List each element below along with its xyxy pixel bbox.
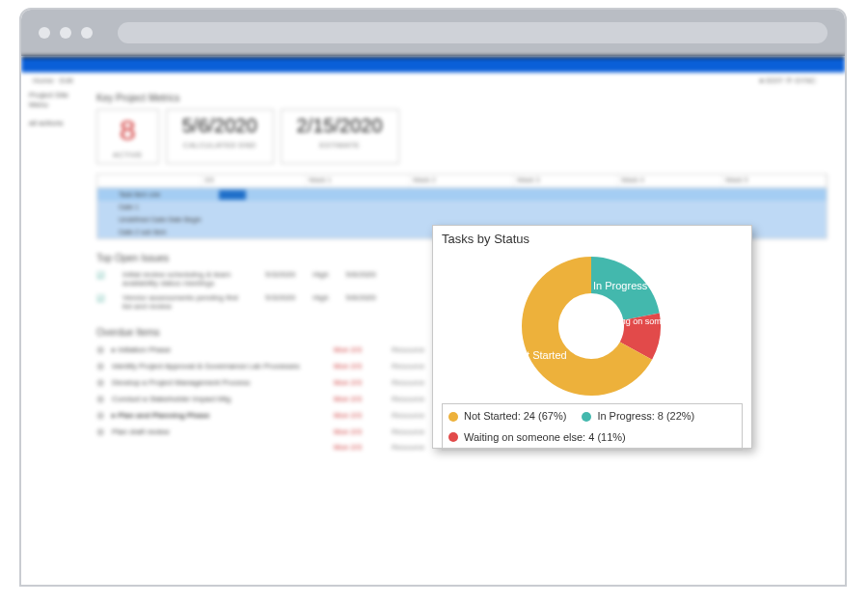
- overdue-assigned: Resource: [392, 362, 424, 371]
- overdue-assigned: Resource: [392, 411, 424, 420]
- gantt-task-name: Gate 2 sub item: [97, 229, 213, 235]
- issue-title: Initial review scheduling & team availab…: [122, 270, 248, 288]
- legend-swatch-icon: [448, 432, 458, 442]
- check-icon: ☑: [96, 293, 105, 311]
- overdue-date: Mon 2/3: [334, 427, 392, 436]
- overdue-title: ▸ Plan and Planning Phase: [112, 411, 334, 420]
- overdue-date: Mon 2/3: [334, 378, 392, 387]
- overdue-assigned: Resource: [392, 395, 424, 403]
- legend-swatch-icon: [582, 412, 591, 422]
- legend-text: In Progress: 8 (22%): [597, 408, 694, 426]
- tasks-by-status-card: Tasks by Status In Progress Waiting on s…: [432, 225, 752, 449]
- gantt-row[interactable]: Task item one: [97, 188, 827, 201]
- overdue-date: Mon 2/3: [334, 411, 392, 420]
- browser-chrome: [21, 10, 845, 56]
- legend-text: Waiting on someone else: 4 (11%): [464, 429, 626, 447]
- scale-cell: Week 4: [618, 175, 722, 187]
- metric-caption: CALCULATED END: [182, 141, 258, 150]
- expand-icon[interactable]: ⊕: [96, 344, 112, 355]
- metric-cards: 8 ACTIVE 5/6/2020 CALCULATED END 2/15/20…: [96, 109, 827, 164]
- overdue-title: Identify Project Approval & Governance L…: [112, 362, 334, 371]
- slice-label-notstarted: Not Started: [513, 349, 567, 361]
- metric-caption: ESTIMATE: [297, 141, 383, 150]
- chart-title: Tasks by Status: [442, 232, 743, 246]
- overdue-date: Mon 2/3: [334, 443, 392, 452]
- chart-legend: Not Started: 24 (67%)In Progress: 8 (22%…: [442, 403, 743, 451]
- donut-chart: In Progress Waiting on someone else Not …: [442, 249, 741, 403]
- window-dot-icon: [60, 27, 71, 39]
- url-bar[interactable]: [118, 22, 827, 43]
- gantt-task-name: Undefined Gate Date Begin: [97, 216, 213, 223]
- metric-value: 2/15/2020: [297, 116, 383, 135]
- gantt-task-name: Gate 1: [97, 204, 213, 210]
- issue-priority: High: [312, 270, 328, 288]
- overdue-assigned: Resource: [392, 378, 424, 387]
- check-icon: ☑: [96, 270, 105, 288]
- donut-svg: [519, 254, 664, 398]
- overdue-title: Conduct a Stakeholder Impact Mtg: [112, 395, 334, 403]
- scale-cell: 3/3: [202, 175, 306, 187]
- overdue-assigned: Resource: [392, 345, 424, 354]
- expand-icon[interactable]: ⊕: [96, 394, 112, 404]
- window-dot-icon: [39, 27, 50, 39]
- gantt-scale: 3/3 Week 1 Week 2 Week 3 Week 4 Week 5: [97, 175, 827, 188]
- scale-cell: Week 5: [722, 175, 827, 187]
- scale-cell: Week 1: [306, 175, 410, 187]
- metric-card: 8 ACTIVE: [96, 109, 159, 164]
- gantt-bar: [219, 190, 246, 200]
- issue-title: Vendor assessments pending first list an…: [122, 293, 248, 311]
- scale-cell: [97, 175, 202, 187]
- metric-card: 5/6/2020 CALCULATED END: [166, 109, 274, 164]
- expand-icon[interactable]: ⊕: [96, 410, 112, 421]
- legend-text: Not Started: 24 (67%): [464, 408, 566, 426]
- slice-label-waiting: Waiting on someone else: [602, 316, 699, 326]
- overdue-date: Mon 2/3: [334, 362, 392, 371]
- sidebar-link[interactable]: all actions: [29, 119, 89, 127]
- metric-card: 2/15/2020 ESTIMATE: [281, 109, 399, 164]
- suite-bar: [21, 56, 845, 72]
- scale-cell: Week 3: [514, 175, 618, 187]
- expand-icon[interactable]: ⊕: [96, 377, 112, 388]
- breadcrumb-right: ● EDIT ⟳ SYNC: [759, 76, 816, 85]
- slice-label-inprogress: In Progress: [593, 280, 647, 291]
- overdue-title: Plan draft review: [112, 427, 334, 436]
- overdue-date: Mon 2/3: [334, 345, 392, 354]
- expand-icon[interactable]: ⊕: [96, 426, 112, 437]
- breadcrumb-left: Home · Edit: [33, 76, 73, 85]
- gantt-task-name: Task item one: [97, 191, 213, 198]
- window-dot-icon: [81, 27, 93, 39]
- metric-caption: ACTIVE: [113, 151, 143, 159]
- scale-cell: Week 2: [410, 175, 514, 187]
- sidebar-blurb: Project Site Menu: [29, 91, 89, 109]
- metrics-heading: Key Project Metrics: [96, 93, 827, 103]
- top-meta: Home · Edit ● EDIT ⟳ SYNC: [21, 72, 845, 85]
- metric-value: 8: [113, 116, 143, 145]
- issue-assigned: 5/3/2020: [265, 293, 295, 311]
- gantt-row[interactable]: Gate 1: [97, 201, 827, 213]
- issue-due: 5/8/2020: [346, 293, 376, 311]
- legend-item: Waiting on someone else: 4 (11%): [448, 429, 626, 447]
- issue-due: 5/8/2020: [346, 270, 376, 288]
- overdue-assigned: Resource: [392, 443, 424, 452]
- expand-icon[interactable]: ⊕: [96, 361, 112, 371]
- overdue-title: ▸ Initiation Phase: [112, 345, 334, 354]
- overdue-date: Mon 2/3: [334, 395, 392, 403]
- sidebar: Project Site Menu all actions: [21, 85, 96, 587]
- metric-value: 5/6/2020: [182, 116, 258, 135]
- overdue-title: Develop a Project Management Process: [112, 378, 334, 387]
- legend-item: In Progress: 8 (22%): [582, 408, 694, 426]
- issue-priority: High: [312, 293, 328, 311]
- legend-swatch-icon: [448, 412, 458, 422]
- legend-item: Not Started: 24 (67%): [448, 408, 566, 426]
- issue-assigned: 5/3/2020: [265, 270, 295, 288]
- overdue-assigned: Resource: [392, 427, 424, 436]
